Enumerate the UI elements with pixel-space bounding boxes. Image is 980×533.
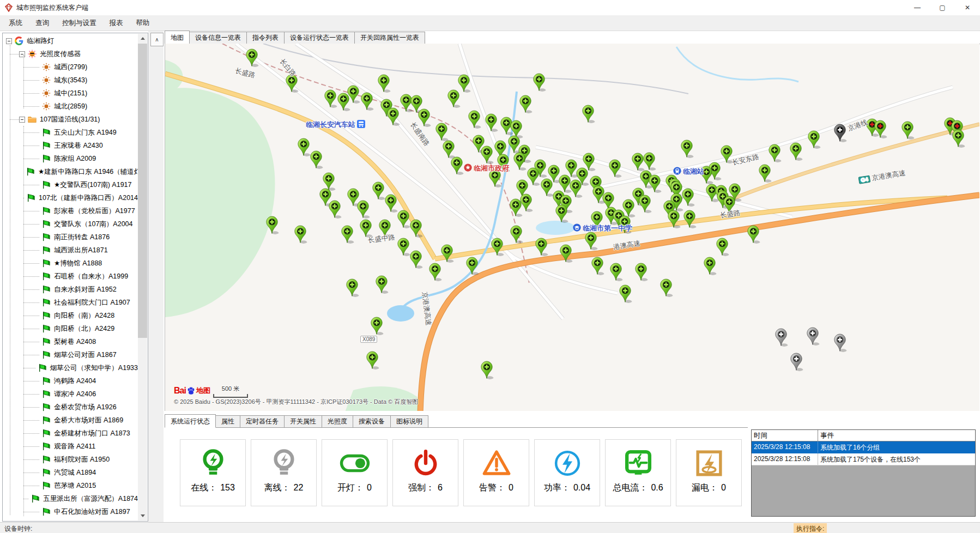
map-pin-green[interactable] <box>480 361 494 379</box>
map-pin-green[interactable] <box>365 351 379 370</box>
map-pin-green[interactable] <box>309 150 323 169</box>
menu-item-4[interactable]: 帮助 <box>130 17 156 29</box>
menu-item-2[interactable]: 控制与设置 <box>56 17 103 29</box>
tree-row[interactable]: 临湘路灯 <box>3 34 138 47</box>
menu-item-3[interactable]: 报表 <box>103 17 130 29</box>
menu-item-0[interactable]: 系统 <box>2 17 29 29</box>
tree-row[interactable]: 107国道沿线(31/31) <box>3 113 138 126</box>
map-pin-green[interactable] <box>758 164 772 183</box>
tab-bottom-2[interactable]: 定时器任务 <box>240 415 285 427</box>
map-pin-green[interactable] <box>450 156 464 175</box>
map-pin-green[interactable] <box>584 232 598 250</box>
map-pin-green[interactable] <box>409 219 423 238</box>
tab-bottom-1[interactable]: 属性 <box>215 415 240 427</box>
collapse-tree-button[interactable]: ∧ <box>150 33 164 46</box>
map-pin-green[interactable] <box>618 284 632 303</box>
map-pin-green[interactable] <box>634 263 648 281</box>
map-pin-green[interactable] <box>512 152 527 171</box>
map-pin-green[interactable] <box>370 317 384 335</box>
map-pin-gray[interactable] <box>789 353 803 371</box>
map-pin-green[interactable] <box>323 89 337 108</box>
map-pin-green[interactable] <box>359 219 373 238</box>
map-pin-green[interactable] <box>509 198 523 217</box>
scrollbar-down-arrow-icon[interactable] <box>138 511 147 520</box>
map-pin-green[interactable] <box>659 278 673 297</box>
map-pin-green[interactable] <box>340 225 354 244</box>
map-pin-green[interactable] <box>336 93 350 111</box>
map-pin-green[interactable] <box>328 200 342 219</box>
map-pin-green[interactable] <box>441 140 456 159</box>
map-pin-green[interactable] <box>638 195 652 213</box>
tab-bottom-6[interactable]: 图标说明 <box>390 415 428 427</box>
map-pin-green[interactable] <box>434 123 449 141</box>
event-log-row[interactable]: 2025/3/28 12:15:08系统加载了16个分组 <box>752 441 975 453</box>
map-pin-green[interactable] <box>417 108 431 127</box>
map-pin-green[interactable] <box>480 146 494 164</box>
tab-map-2[interactable]: 指令列表 <box>246 32 285 44</box>
map-pin-green[interactable] <box>703 257 717 275</box>
tab-map-3[interactable]: 设备运行状态一览表 <box>284 32 355 44</box>
map-pin-green[interactable] <box>509 225 523 244</box>
tree-expander-icon[interactable] <box>6 38 12 44</box>
scrollbar-up-arrow-icon[interactable] <box>138 34 147 43</box>
tree-expander-icon[interactable] <box>19 117 25 123</box>
map-pin-green[interactable] <box>465 257 479 275</box>
map-pin-green[interactable] <box>554 204 568 223</box>
map-pin-green[interactable] <box>559 244 573 263</box>
map-pin-green[interactable] <box>608 159 622 178</box>
map-pin-green[interactable] <box>532 73 546 92</box>
map-pin-green[interactable] <box>377 74 391 93</box>
map-pin-green[interactable] <box>409 250 423 269</box>
map-pin-green[interactable] <box>680 140 694 158</box>
close-button[interactable]: ✕ <box>955 0 980 15</box>
map-pin-green[interactable] <box>534 238 548 256</box>
map-pin-green[interactable] <box>356 200 370 219</box>
menu-item-1[interactable]: 查询 <box>29 17 56 29</box>
map-pin-green[interactable] <box>484 113 498 132</box>
tab-bottom-5[interactable]: 搜索设备 <box>353 415 391 427</box>
map-pin-green[interactable] <box>245 49 259 67</box>
map-pin-green[interactable] <box>293 225 307 244</box>
map-pin-green[interactable] <box>715 238 729 256</box>
map-pin-green[interactable] <box>746 225 760 244</box>
map-pin-green[interactable] <box>631 153 645 171</box>
map-pin-green[interactable] <box>667 210 681 228</box>
map-pin-gray[interactable] <box>774 328 788 347</box>
tab-bottom-4[interactable]: 光照度 <box>322 415 353 427</box>
map-pin-green[interactable] <box>590 257 604 275</box>
tab-bottom-3[interactable]: 开关属性 <box>284 415 322 427</box>
scrollbar-thumb[interactable] <box>138 44 147 338</box>
map-pin-green[interactable] <box>900 121 915 140</box>
minimize-button[interactable]: — <box>905 0 930 15</box>
event-log-row[interactable]: 2025/3/28 12:15:08系统加载了175个设备，在线153个 <box>752 453 975 465</box>
map-pin-green[interactable] <box>767 144 782 162</box>
map-pin-green[interactable] <box>609 263 623 281</box>
map-pin-green[interactable] <box>951 129 965 148</box>
tab-map-1[interactable]: 设备信息一览表 <box>189 32 247 44</box>
panel-splitter[interactable]: ∧ <box>148 31 164 522</box>
map-pin-green[interactable] <box>345 278 359 297</box>
map-pin-red[interactable] <box>873 120 887 138</box>
map-pin-green[interactable] <box>467 110 481 129</box>
tab-map-0[interactable]: 地图 <box>165 31 190 44</box>
map-pin-green[interactable] <box>807 130 821 149</box>
maximize-button[interactable]: ▢ <box>930 0 955 15</box>
map-pin-green[interactable] <box>682 210 697 228</box>
map-pin-green[interactable] <box>428 263 442 281</box>
map-pin-green[interactable] <box>581 105 595 123</box>
map-pin-green[interactable] <box>518 95 533 113</box>
map-pin-green[interactable] <box>446 89 461 108</box>
tree-scrollbar[interactable] <box>138 34 147 520</box>
map-pin-dark[interactable] <box>833 124 847 142</box>
map-pin-green[interactable] <box>490 238 504 256</box>
map-pin-green[interactable] <box>648 174 662 193</box>
map-pin-green[interactable] <box>386 107 400 126</box>
tree-expander-icon[interactable] <box>19 51 25 57</box>
map-pin-gray[interactable] <box>806 327 820 346</box>
map-pin-green[interactable] <box>789 142 803 161</box>
tab-bottom-0[interactable]: 系统运行状态 <box>165 414 216 428</box>
map-pin-green[interactable] <box>265 216 279 234</box>
map-pin-gray[interactable] <box>833 334 847 352</box>
map-canvas[interactable]: 长盛路长白路长盛南路长安东路京港线长盛中路长盛路港澳高速京港澳高速G4京港澳高速… <box>165 44 979 411</box>
tab-map-4[interactable]: 开关回路属性一览表 <box>354 32 425 44</box>
